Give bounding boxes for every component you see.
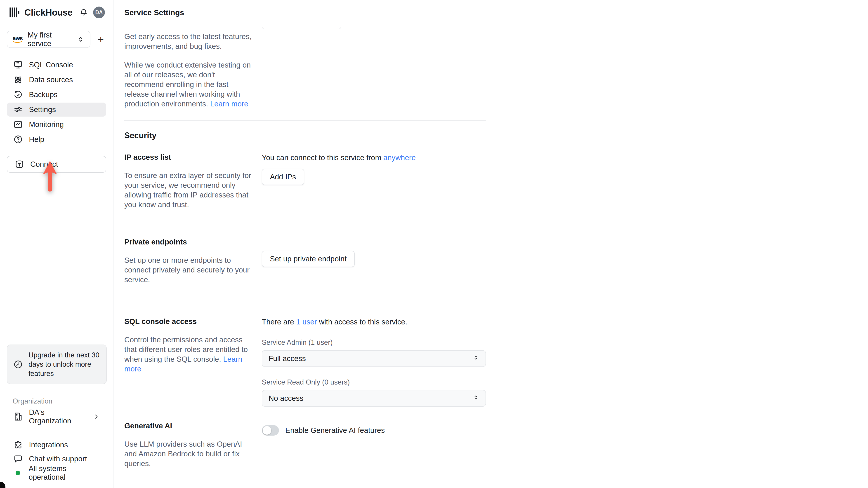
annotation-arrow-icon	[42, 160, 58, 195]
help-question-icon	[13, 134, 23, 144]
sidebar-item-label: Settings	[29, 105, 56, 114]
sql-console-icon	[13, 60, 23, 70]
sidebar-item-label: Monitoring	[29, 120, 64, 129]
sidebar-spacer	[0, 173, 113, 345]
settings-sliders-icon	[13, 105, 23, 115]
generative-ai-toggle[interactable]	[262, 425, 279, 435]
sidebar-header: ClickHouse DA	[0, 0, 113, 25]
sql-access-description: Control the permissions and access that …	[124, 335, 252, 374]
page-title: Service Settings	[124, 8, 184, 17]
sidebar-nav: SQL Console Data sources	[0, 58, 113, 147]
avatar[interactable]: DA	[93, 6, 105, 18]
user-access-summary: There are 1 user with access to this ser…	[262, 318, 486, 326]
chevron-right-icon	[93, 413, 100, 420]
integrations-item[interactable]: Integrations	[7, 438, 106, 452]
main-area: Service Settings Get early access to the…	[114, 0, 868, 488]
sql-console-access-row: SQL console access Control the permissio…	[124, 317, 868, 407]
chevron-up-down-icon	[77, 35, 85, 44]
service-selector[interactable]: aws My first service	[7, 31, 90, 48]
system-status-item[interactable]: All systems operational	[7, 466, 106, 480]
sidebar-item-label: Backups	[29, 90, 58, 99]
connect-wifi-icon	[14, 159, 24, 169]
service-readonly-select[interactable]: No access	[262, 390, 486, 407]
sidebar-item-settings[interactable]: Settings	[7, 103, 106, 117]
service-admin-label: Service Admin (1 user)	[262, 338, 486, 347]
footer-item-label: Integrations	[29, 441, 68, 449]
private-endpoints-left: Private endpoints Set up one or more end…	[124, 238, 262, 292]
add-ips-button[interactable]: Add IPs	[262, 169, 304, 185]
one-user-link[interactable]: 1 user	[296, 318, 317, 326]
toggle-knob	[263, 426, 271, 435]
brand-name: ClickHouse	[24, 7, 72, 18]
puzzle-icon	[13, 440, 23, 450]
sidebar-item-help[interactable]: Help	[7, 132, 106, 147]
upgrade-text: Upgrade in the next 30 days to unlock mo…	[29, 350, 100, 378]
status-green-dot	[16, 470, 20, 475]
sidebar-item-label: SQL Console	[29, 61, 73, 69]
add-service-button[interactable]: +	[95, 33, 107, 45]
backups-history-icon	[13, 90, 23, 100]
chat-support-item[interactable]: Chat with support	[7, 452, 106, 466]
service-admin-select[interactable]: Full access	[262, 350, 486, 367]
release-channel-select-partial[interactable]	[262, 25, 341, 29]
sql-access-left: SQL console access Control the permissio…	[124, 317, 262, 407]
sidebar-item-sql-console[interactable]: SQL Console	[7, 58, 106, 72]
ip-access-left: IP access list To ensure an extra layer …	[124, 153, 262, 217]
service-readonly-label: Service Read Only (0 users)	[262, 378, 486, 386]
generative-ai-toggle-label: Enable Generative AI features	[285, 426, 385, 435]
upgrade-banner[interactable]: Upgrade in the next 30 days to unlock mo…	[7, 345, 107, 384]
sidebar-footer: Integrations Chat with support All syste…	[7, 438, 106, 480]
footer-item-label: Chat with support	[29, 455, 87, 463]
clock-icon	[13, 359, 23, 369]
sidebar-item-monitoring[interactable]: Monitoring	[7, 118, 106, 131]
anywhere-link[interactable]: anywhere	[383, 153, 416, 162]
data-sources-icon	[13, 75, 23, 85]
private-endpoints-right: Set up private endpoint	[262, 238, 486, 292]
clickhouse-logo-icon	[8, 6, 20, 18]
chevron-up-down-icon	[472, 393, 479, 403]
main-header: Service Settings	[114, 0, 868, 25]
service-readonly-value: No access	[269, 394, 303, 402]
private-endpoints-heading: Private endpoints	[124, 238, 262, 246]
app: ClickHouse DA aws My first service	[0, 0, 868, 488]
aws-provider-icon: aws	[13, 35, 23, 43]
chevron-up-down-icon	[472, 353, 479, 364]
generative-ai-right: Enable Generative AI features	[262, 422, 486, 476]
building-icon	[13, 412, 23, 422]
service-selector-row: aws My first service +	[7, 31, 107, 48]
screen-corner-artifact	[0, 482, 5, 488]
generative-ai-left: Generative AI Use LLM providers such as …	[124, 422, 262, 476]
release-channel-warning: While we conduct extensive testing on al…	[124, 60, 252, 109]
generative-ai-description: Use LLM providers such as OpenAI and Ama…	[124, 439, 252, 468]
sql-access-heading: SQL console access	[124, 317, 262, 326]
ip-access-heading: IP access list	[124, 153, 262, 162]
generative-ai-toggle-row: Enable Generative AI features	[262, 425, 486, 435]
monitoring-chart-icon	[13, 120, 23, 129]
notifications-bell-icon[interactable]	[79, 8, 88, 17]
sql-access-right: There are 1 user with access to this ser…	[262, 317, 486, 407]
ip-access-row: IP access list To ensure an extra layer …	[124, 153, 868, 217]
service-admin-value: Full access	[269, 354, 306, 363]
security-heading: Security	[124, 131, 868, 140]
chat-bubble-icon	[13, 454, 23, 464]
release-channel-intro: Get early access to the latest features,…	[124, 32, 252, 51]
sidebar-item-data-sources[interactable]: Data sources	[7, 73, 106, 87]
sidebar: ClickHouse DA aws My first service	[0, 0, 114, 488]
organization-name: DA's Organization	[29, 408, 87, 425]
service-name: My first service	[28, 31, 72, 48]
sidebar-item-label: Data sources	[29, 75, 73, 84]
section-divider	[124, 121, 486, 121]
private-endpoints-row: Private endpoints Set up one or more end…	[124, 238, 868, 292]
settings-content: Get early access to the latest features,…	[114, 25, 868, 488]
ip-access-description: To ensure an extra layer of security for…	[124, 170, 252, 209]
sidebar-item-backups[interactable]: Backups	[7, 88, 106, 102]
learn-more-link[interactable]: Learn more	[210, 100, 248, 108]
sidebar-divider	[0, 431, 113, 431]
setup-private-endpoint-button[interactable]: Set up private endpoint	[262, 251, 355, 267]
ip-access-right: You can connect to this service from any…	[262, 153, 486, 217]
private-endpoints-description: Set up one or more endpoints to connect …	[124, 255, 252, 285]
organization-row[interactable]: DA's Organization	[7, 410, 106, 424]
generative-ai-row: Generative AI Use LLM providers such as …	[124, 422, 868, 476]
footer-item-label: All systems operational	[29, 464, 100, 482]
connect-from-line: You can connect to this service from any…	[262, 153, 486, 162]
